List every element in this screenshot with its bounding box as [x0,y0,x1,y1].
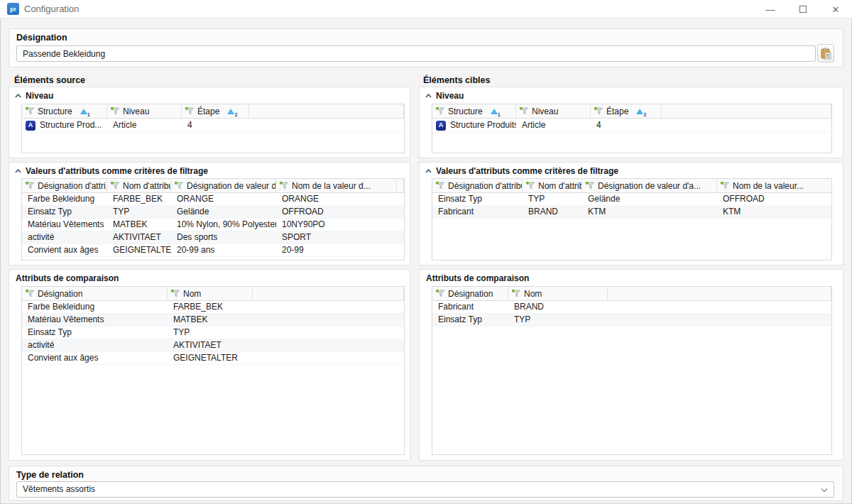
filter-icon [25,106,35,116]
source-elements-title: Éléments source [14,75,85,85]
filter-icon [174,181,184,190]
source-comparison-panel: Attributs de comparaison Désignation Nom… [9,269,410,461]
translations-button[interactable] [817,44,834,62]
column-header[interactable]: Nom de la valeur... [717,179,832,192]
column-header[interactable]: Désignation [22,287,168,300]
relation-type-label: Type de relation [16,470,84,480]
table-row[interactable]: activité AKTIVITAET Des sports SPORT [22,231,404,244]
table-row[interactable]: Einsatz Typ TYP [432,314,831,327]
filter-icon [110,106,120,116]
filter-icon [525,181,535,190]
chevron-up-icon [15,169,21,173]
column-header-etape[interactable]: Étape 2 [591,104,662,118]
chevron-up-icon [15,94,21,98]
target-filter-values-table: Désignation d'attribut Nom d'attribut Dé… [432,178,832,261]
chevron-up-icon [425,169,432,173]
designation-label: Désignation [16,33,67,43]
table-row[interactable]: Fabricant BRAND KTM KTM [432,206,831,219]
target-comparison-table: Désignation Nom Fabricant BRAND Einsatz … [432,286,832,455]
column-header[interactable]: Nom d'attribut [523,179,582,192]
column-header[interactable]: Désignation [432,287,508,300]
relation-type-group: Type de relation Vêtements assortis [9,466,843,501]
column-header[interactable]: Désignation de valeur d'a... [171,179,276,192]
source-filter-values-table: Désignation d'attri... Nom d'attribut Dé… [21,178,405,261]
target-filter-values-header[interactable]: Valeurs d'attributs comme critères de fi… [425,166,618,176]
sort-indicator: 1 [80,108,89,115]
table-row[interactable]: Farbe Bekleidung FARBE_BEK [22,301,404,314]
table-row[interactable]: Einsatz Typ TYP Gelände OFFROAD [432,193,831,206]
filter-icon [435,289,445,298]
column-header[interactable]: Désignation de valeur d'a... [582,179,717,192]
designation-input[interactable] [16,45,816,62]
source-filter-values-panel: Valeurs d'attributs comme critères de fi… [9,162,410,265]
sort-indicator: 1 [491,108,499,115]
column-header-structure[interactable]: Structure 1 [22,104,107,118]
table-row[interactable]: Matériau Vêtements MATBEK 10% Nylon, 90%… [22,219,404,231]
maximize-button[interactable] [787,0,819,18]
sort-indicator: 2 [227,108,236,115]
column-header[interactable]: Nom [168,287,253,300]
column-header[interactable]: Désignation d'attri... [22,179,107,192]
article-type-icon: A [26,121,36,131]
app-icon: pr [7,3,19,15]
column-header-niveau[interactable]: Niveau [107,104,182,118]
filter-icon [185,106,195,116]
table-row[interactable]: Einsatz Typ TYP [22,327,404,339]
target-niveau-panel: Niveau Structure 1 Niveau Étape 2 [419,87,843,158]
source-niveau-header[interactable]: Niveau [15,91,53,101]
designation-group: Désignation [9,28,843,67]
table-row[interactable]: Convient aux âges GEIGNETALTER 20-99 ans… [22,244,404,257]
filter-icon [25,181,35,190]
filter-icon [170,289,180,298]
column-header-etape[interactable]: Étape 2 [182,104,249,118]
title-bar: pr Configuration — ✕ [0,0,852,18]
target-filter-values-panel: Valeurs d'attributs comme critères de fi… [419,162,843,265]
table-row[interactable]: Farbe Bekleidung FARBE_BEK ORANGE ORANGE [22,193,404,206]
column-header[interactable]: Nom de la valeur d... [276,179,397,192]
article-type-icon: A [436,121,446,131]
table-row[interactable]: Fabricant BRAND [432,301,831,314]
filter-icon [720,181,730,190]
column-header-niveau[interactable]: Niveau [516,104,591,118]
column-header[interactable]: Nom d'attribut [107,179,171,192]
maximize-icon [799,6,807,13]
target-comparison-header: Attributs de comparaison [426,273,529,283]
chevron-down-icon [821,488,828,493]
source-niveau-table: Structure 1 Niveau Étape 2 AStructure Pr… [21,104,405,153]
relation-type-select[interactable]: Vêtements assortis [16,481,834,498]
chevron-up-icon [425,94,432,98]
filter-icon [110,181,120,190]
clipboard-icon [820,48,831,60]
filter-icon [25,289,35,298]
table-row[interactable]: Einsatz Typ TYP Gelände OFFROAD [22,206,404,219]
sort-indicator: 2 [636,108,645,115]
configuration-window: pr Configuration — ✕ Désignation Élément… [0,0,852,504]
filter-icon [435,106,445,116]
filter-icon [594,106,604,116]
target-comparison-panel: Attributs de comparaison Désignation Nom… [419,269,843,461]
target-niveau-header[interactable]: Niveau [425,91,464,101]
close-button[interactable]: ✕ [819,0,852,18]
table-row[interactable]: activité AKTIVITAET [22,339,404,352]
table-row[interactable]: Convient aux âges GEIGNETALTER [22,352,404,365]
filter-icon [279,181,289,190]
filter-icon [585,181,595,190]
window-title: Configuration [24,4,79,14]
table-row[interactable]: AStructure Produits Article 4 [432,119,831,133]
table-row[interactable]: Matériau Vêtements MATBEK [22,314,404,327]
source-comparison-header: Attributs de comparaison [16,273,119,283]
source-comparison-table: Désignation Nom Farbe Bekleidung FARBE_B… [21,286,405,455]
filter-icon [519,106,529,116]
target-elements-title: Éléments cibles [423,75,491,85]
source-niveau-panel: Niveau Structure 1 Niveau Étape 2 [9,87,410,158]
source-filter-values-header[interactable]: Valeurs d'attributs comme critères de fi… [15,166,208,176]
target-niveau-table: Structure 1 Niveau Étape 2 AStructure Pr… [432,104,832,153]
minimize-button[interactable]: — [754,0,787,18]
table-row[interactable]: AStructure Prod... Article 4 [22,119,404,133]
filter-icon [435,181,445,190]
column-header[interactable]: Désignation d'attribut [432,179,523,192]
column-header[interactable]: Nom [508,287,608,300]
column-header-structure[interactable]: Structure 1 [432,104,516,118]
filter-icon [511,289,521,298]
